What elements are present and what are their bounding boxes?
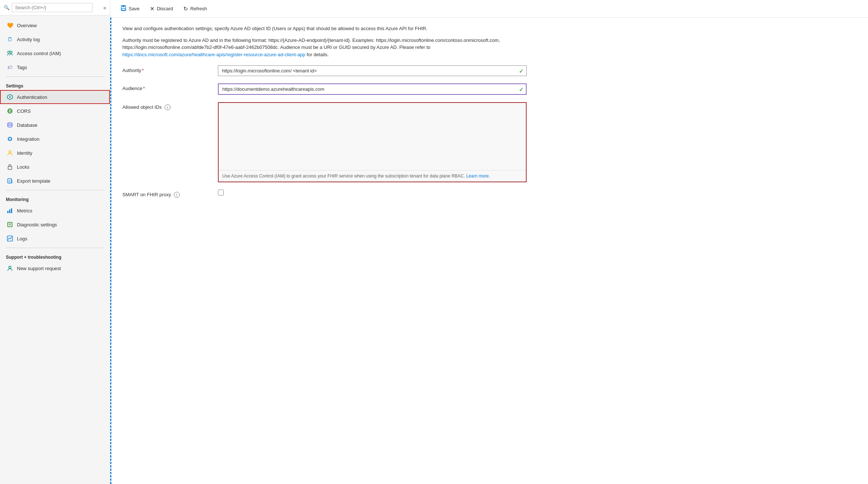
- learn-more-link[interactable]: Learn more.: [466, 173, 490, 179]
- tags-icon: 🏷: [7, 64, 13, 71]
- save-label: Save: [129, 6, 140, 11]
- allowed-ids-textarea-wrapper: Use Azure Access Control (IAM) to grant …: [218, 102, 527, 182]
- allowed-ids-hint: Use Azure Access Control (IAM) to grant …: [219, 170, 526, 182]
- monitoring-section-label: Monitoring: [0, 193, 110, 204]
- smart-proxy-checkbox-wrapper: [218, 190, 224, 196]
- overview-icon: 🧡: [7, 22, 13, 29]
- sidebar-item-authentication[interactable]: Authentication: [0, 90, 110, 104]
- search-icon: 🔍: [4, 5, 10, 10]
- sidebar-item-label: New support request: [17, 266, 61, 271]
- sidebar-item-tags[interactable]: 🏷 Tags: [0, 60, 110, 74]
- svg-point-1: [10, 51, 12, 53]
- svg-point-21: [9, 266, 11, 268]
- save-icon: [121, 5, 126, 12]
- sidebar-item-label: Logs: [17, 236, 27, 241]
- sidebar-item-locks[interactable]: Locks: [0, 160, 110, 174]
- discard-label: Discard: [157, 6, 173, 11]
- form-section: Authority* ✓ Audience* ✓: [122, 65, 857, 198]
- sidebar-item-label: Diagnostic settings: [17, 222, 57, 227]
- support-section-label: Support + troubleshooting: [0, 250, 110, 261]
- authority-label: Authority*: [122, 65, 218, 73]
- sidebar-item-label: Identity: [17, 150, 32, 156]
- authority-row: Authority* ✓: [122, 65, 527, 76]
- sidebar: 🔍 « 🧡 Overview 🗒 Activity log Access con…: [0, 0, 110, 484]
- integration-icon: [7, 136, 13, 142]
- sidebar-item-identity[interactable]: Identity: [0, 146, 110, 160]
- allowed-ids-textarea[interactable]: [219, 103, 526, 169]
- svg-rect-24: [122, 8, 125, 10]
- sidebar-item-activity-log[interactable]: 🗒 Activity log: [0, 32, 110, 46]
- svg-rect-23: [122, 6, 125, 7]
- allowed-ids-label: Allowed object IDs i: [122, 102, 218, 110]
- sidebar-item-export-template[interactable]: Export template: [0, 174, 110, 188]
- refresh-label: Refresh: [190, 6, 207, 11]
- svg-rect-17: [8, 222, 12, 227]
- svg-point-9: [9, 151, 11, 153]
- sidebar-item-access-control[interactable]: Access control (IAM): [0, 46, 110, 60]
- smart-proxy-label: SMART on FHIR proxy i: [122, 190, 218, 198]
- refresh-button[interactable]: ↻ Refresh: [179, 3, 212, 14]
- save-button[interactable]: Save: [116, 3, 144, 14]
- refresh-icon: ↻: [183, 6, 188, 12]
- sidebar-nav: 🧡 Overview 🗒 Activity log Access control…: [0, 15, 110, 278]
- settings-divider: [6, 76, 104, 77]
- allowed-ids-row: Allowed object IDs i Use Azure Access Co…: [122, 102, 527, 182]
- svg-point-7: [8, 123, 12, 124]
- sidebar-item-label: Access control (IAM): [17, 51, 61, 56]
- sidebar-item-label: Activity log: [17, 37, 40, 42]
- sidebar-item-label: Export template: [17, 178, 50, 184]
- diagnostic-icon: [7, 221, 13, 228]
- sidebar-item-label: Database: [17, 122, 37, 128]
- description-line2: Authority must be registered to Azure AD…: [122, 37, 508, 58]
- access-control-icon: [7, 50, 13, 57]
- audience-check-icon: ✓: [519, 86, 524, 93]
- sidebar-item-new-support-request[interactable]: New support request: [0, 261, 110, 275]
- sidebar-item-metrics[interactable]: Metrics: [0, 204, 110, 218]
- export-template-icon: [7, 178, 13, 184]
- svg-rect-10: [8, 166, 12, 169]
- authority-input[interactable]: [218, 65, 527, 76]
- authority-check-icon: ✓: [519, 67, 524, 74]
- locks-icon: [7, 164, 13, 170]
- audience-input[interactable]: [218, 83, 527, 95]
- sidebar-item-label: Metrics: [17, 208, 32, 214]
- svg-point-3: [9, 96, 11, 98]
- sidebar-item-integration[interactable]: Integration: [0, 132, 110, 146]
- search-input[interactable]: [12, 3, 93, 12]
- allowed-ids-info-icon[interactable]: i: [165, 104, 171, 110]
- svg-rect-16: [11, 208, 12, 213]
- database-icon: [7, 122, 13, 128]
- docs-link[interactable]: https://docs.microsoft.com/azure/healthc…: [122, 52, 305, 57]
- description-line1: View and configure authentication settin…: [122, 25, 508, 32]
- sidebar-item-database[interactable]: Database: [0, 118, 110, 132]
- sidebar-item-cors[interactable]: CORS: [0, 104, 110, 118]
- sidebar-item-diagnostic-settings[interactable]: Diagnostic settings: [0, 218, 110, 232]
- sidebar-item-label: Overview: [17, 23, 37, 28]
- svg-point-0: [8, 51, 10, 53]
- sidebar-item-label: Tags: [17, 65, 27, 70]
- settings-section-label: Settings: [0, 79, 110, 90]
- new-support-icon: [7, 265, 13, 272]
- collapse-button[interactable]: «: [103, 5, 106, 11]
- sidebar-item-label: Locks: [17, 164, 29, 170]
- svg-rect-14: [7, 211, 8, 213]
- sidebar-item-label: CORS: [17, 108, 31, 114]
- smart-proxy-checkbox[interactable]: [218, 190, 224, 196]
- sidebar-item-overview[interactable]: 🧡 Overview: [0, 18, 110, 32]
- activity-log-icon: 🗒: [7, 36, 13, 43]
- cors-icon: [7, 108, 13, 114]
- smart-proxy-row: SMART on FHIR proxy i: [122, 190, 527, 198]
- sidebar-item-logs[interactable]: Logs: [0, 232, 110, 245]
- svg-rect-15: [9, 209, 10, 213]
- authentication-icon: [7, 94, 13, 100]
- smart-proxy-info-icon[interactable]: i: [174, 192, 180, 198]
- metrics-icon: [7, 207, 13, 214]
- sidebar-item-label: Integration: [17, 136, 39, 142]
- audience-required: *: [143, 86, 145, 91]
- audience-label: Audience*: [122, 83, 218, 91]
- support-divider: [6, 248, 104, 248]
- toolbar: Save ✕ Discard ↻ Refresh: [110, 0, 868, 18]
- discard-icon: ✕: [150, 6, 155, 12]
- discard-button[interactable]: ✕ Discard: [146, 3, 177, 14]
- description-line2-before: Authority must be registered to Azure AD…: [122, 37, 500, 50]
